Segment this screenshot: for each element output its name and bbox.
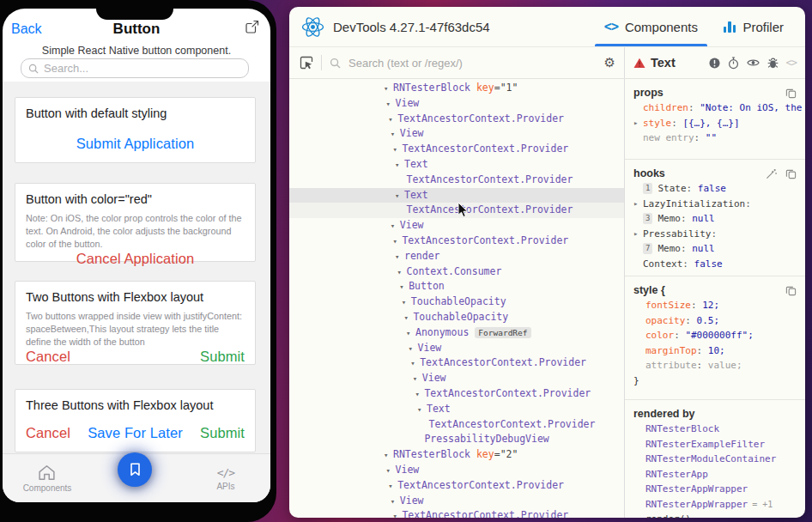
expand-arrow-icon: ▾ bbox=[399, 280, 409, 295]
selected-component-name: Text bbox=[651, 56, 676, 70]
tree-row[interactable]: TextAncestorContext.Provider bbox=[289, 417, 624, 433]
tree-row[interactable]: ▾View bbox=[289, 463, 624, 478]
log-data-bug-icon[interactable] bbox=[767, 57, 779, 70]
suspense-stopwatch-icon[interactable] bbox=[728, 57, 739, 70]
component-name: TextAncestorContext.Provider bbox=[420, 356, 586, 368]
tree-row[interactable]: ▾Text bbox=[289, 157, 624, 173]
tree-row[interactable]: ▾View bbox=[289, 494, 624, 509]
tree-row[interactable]: ▾View bbox=[289, 341, 624, 356]
tree-search-input[interactable]: Search (text or /regex/) bbox=[348, 57, 597, 70]
rn-button[interactable]: Cancel bbox=[26, 425, 70, 441]
tab-components[interactable]: <> Components bbox=[591, 7, 711, 46]
expand-arrow-icon: ▾ bbox=[391, 127, 400, 143]
owner-item[interactable]: RNTesterApp bbox=[633, 467, 797, 483]
component-name: View bbox=[396, 97, 420, 109]
colon: : bbox=[685, 313, 696, 329]
share-icon[interactable] bbox=[245, 20, 259, 38]
view-source-icon[interactable]: <> bbox=[786, 57, 797, 69]
expand-arrow-icon: ▸ bbox=[633, 197, 643, 212]
force-error-icon[interactable] bbox=[709, 58, 720, 69]
tree-row[interactable]: ▾TextAncestorContext.Provider bbox=[289, 508, 624, 518]
copy-icon[interactable] bbox=[785, 88, 797, 99]
style-row[interactable]: attribute: value; bbox=[633, 358, 797, 373]
tree-row[interactable]: ▾TextAncestorContext.Provider bbox=[289, 355, 624, 371]
inspect-element-icon[interactable] bbox=[300, 56, 313, 70]
props-section: props children: "Note: On iOS, the color… bbox=[625, 79, 805, 160]
search-input[interactable]: Search... bbox=[21, 58, 249, 78]
tree-row[interactable]: TextAncestorContext.Provider bbox=[289, 173, 624, 188]
hook-row[interactable]: ▸Pressability: bbox=[633, 227, 797, 242]
prop-row[interactable]: ▸style: [{…}, {…}] bbox=[633, 116, 797, 131]
expand-arrow-icon: ▾ bbox=[413, 372, 422, 387]
owner-item[interactable]: RNTesterAppWrapper= +1 bbox=[633, 497, 797, 513]
tree-row[interactable]: ▾Context.Consumer bbox=[289, 264, 624, 280]
tree-row[interactable]: ▾RNTesterBlock key="2" bbox=[289, 447, 624, 463]
component-name: PressabilityDebugView bbox=[424, 433, 548, 445]
phone-screen: Back Button Simple React Native button c… bbox=[3, 9, 270, 502]
style-row[interactable]: marginTop: 10; bbox=[633, 343, 797, 359]
owner-item[interactable]: render() bbox=[633, 512, 797, 518]
colon: : bbox=[697, 358, 708, 373]
tree-row[interactable]: ▾TouchableOpacity bbox=[289, 310, 624, 325]
tree-row[interactable]: ▾TouchableOpacity bbox=[289, 294, 624, 310]
component-name: View bbox=[422, 372, 446, 384]
tab-profiler[interactable]: Profiler bbox=[711, 7, 797, 46]
style-value: 10; bbox=[708, 343, 725, 359]
expand-arrow-icon: ▾ bbox=[403, 311, 413, 326]
owner-item[interactable]: RNTesterExampleFilter bbox=[633, 437, 797, 452]
hook-row[interactable]: ▸LazyInitialization: bbox=[633, 197, 797, 212]
rn-button[interactable]: Cancel Application bbox=[76, 251, 195, 267]
tree-row[interactable]: ▾TextAncestorContext.Provider bbox=[289, 234, 624, 249]
rn-button[interactable]: Submit Application bbox=[76, 136, 195, 152]
components-tab-icon: <> bbox=[604, 19, 618, 34]
hook-row[interactable]: 7Memo: null bbox=[633, 241, 797, 257]
tree-row[interactable]: ▾View bbox=[289, 126, 624, 142]
tree-row[interactable]: ▾View bbox=[289, 218, 624, 234]
tree-row[interactable]: ▾TextAncestorContext.Provider bbox=[289, 112, 624, 127]
tree-row[interactable]: TextAncestorContext.Provider bbox=[289, 203, 624, 218]
tree-row[interactable]: ▾View bbox=[289, 96, 624, 112]
rn-button[interactable]: Cancel bbox=[26, 349, 70, 365]
inspect-dom-eye-icon[interactable] bbox=[747, 58, 760, 68]
rn-button[interactable]: Submit bbox=[200, 349, 245, 365]
style-row[interactable]: color: "#000000ff"; bbox=[633, 328, 797, 343]
tree-row[interactable]: ▾TextAncestorContext.Provider bbox=[289, 142, 624, 157]
tab-components[interactable]: Components bbox=[3, 454, 92, 502]
settings-gear-icon[interactable]: ⚙ bbox=[604, 55, 615, 70]
prop-row[interactable]: new entry: "" bbox=[633, 130, 797, 146]
hook-row[interactable]: 1State: false bbox=[633, 181, 797, 197]
colon: : bbox=[681, 211, 692, 227]
tree-row[interactable]: ▾Text bbox=[289, 188, 624, 203]
tree-row[interactable]: ▾RNTesterBlock key="1" bbox=[289, 81, 624, 96]
parse-hooks-wand-icon[interactable] bbox=[766, 168, 777, 179]
tree-row[interactable]: ▾Button bbox=[289, 279, 624, 294]
rn-button[interactable]: Submit bbox=[200, 425, 245, 441]
expand-arrow-icon: ▾ bbox=[417, 403, 427, 418]
tab-apis[interactable]: </>APIs bbox=[181, 454, 270, 502]
bookmarks-fab-button[interactable] bbox=[118, 452, 152, 487]
copy-icon[interactable] bbox=[785, 285, 797, 296]
hook-row[interactable]: Context: false bbox=[633, 257, 797, 272]
hooks-section-title: hooks bbox=[633, 167, 665, 179]
mouse-cursor bbox=[458, 202, 470, 219]
owner-item[interactable]: RNTesterModuleContainer bbox=[633, 452, 797, 467]
copy-icon[interactable] bbox=[785, 168, 797, 179]
owner-item[interactable]: RNTesterAppWrapper bbox=[633, 482, 797, 497]
expand-arrow-icon: ▾ bbox=[395, 158, 404, 173]
tree-row[interactable]: ▾Text bbox=[289, 402, 624, 417]
prop-row[interactable]: children: "Note: On iOS, the color bbox=[633, 100, 797, 116]
tree-row[interactable]: ▾render bbox=[289, 249, 624, 264]
toolbar-divider bbox=[321, 55, 322, 70]
style-row[interactable]: opacity: 0.5; bbox=[633, 313, 797, 329]
owner-item[interactable]: RNTesterBlock bbox=[633, 422, 797, 437]
tree-row[interactable]: ▾TextAncestorContext.Provider bbox=[289, 478, 624, 494]
hook-row[interactable]: 3Memo: null bbox=[633, 211, 797, 227]
tree-row[interactable]: PressabilityDebugView bbox=[289, 432, 624, 447]
style-row[interactable]: fontSize: 12; bbox=[633, 298, 797, 313]
tree-row[interactable]: ▾AnonymousForwardRef bbox=[289, 325, 624, 341]
tree-row[interactable]: ▾View bbox=[289, 371, 624, 386]
tree-row[interactable]: ▾TextAncestorContext.Provider bbox=[289, 386, 624, 402]
component-name: TextAncestorContext.Provider bbox=[407, 203, 573, 215]
rn-button[interactable]: Save For Later bbox=[88, 425, 183, 441]
component-name: TextAncestorContext.Provider bbox=[429, 418, 596, 430]
